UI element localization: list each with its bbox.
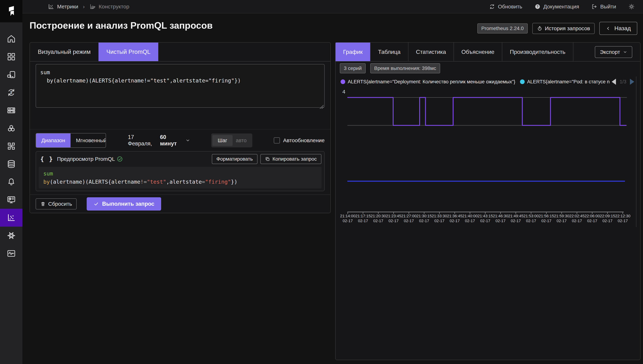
results-panel-tab-3[interactable]: Статистика (408, 42, 454, 61)
grid-icon (7, 52, 16, 61)
preview-header: { } Предпросмотр PromQL Форматировать Ко… (36, 152, 324, 166)
sidebar-item-currency-sync[interactable]: $ (0, 84, 22, 102)
x-axis-tick-label: 21:23:4502-17 (385, 214, 402, 223)
sidebar-item-database[interactable] (0, 155, 22, 173)
sidebar-item-gear[interactable] (0, 227, 22, 244)
sidebar-item-grid[interactable] (0, 48, 22, 66)
theme-toggle-button[interactable] (627, 3, 636, 10)
editor-resize-grip[interactable] (319, 105, 324, 109)
prev-page-arrow-icon[interactable] (612, 79, 616, 85)
x-axis-tick-label: 21:59:3002-17 (553, 214, 570, 223)
hexagons-icon (7, 124, 16, 133)
bell-icon (7, 177, 16, 186)
x-axis-tick-label: 21:40:0002-17 (461, 214, 479, 223)
step-button[interactable]: Шаг (212, 135, 233, 146)
server-icon (7, 106, 16, 115)
breadcrumb-item-current[interactable]: Конструктор (89, 4, 129, 10)
sidebar-item-devices[interactable] (0, 66, 22, 84)
breadcrumb-label: Конструктор (99, 4, 129, 10)
query-history-button[interactable]: История запросов (532, 23, 595, 34)
sidebar-item-server[interactable] (0, 102, 22, 119)
database-icon (7, 159, 16, 169)
divider (30, 129, 330, 130)
time-range-select[interactable]: 17 Февраля, 60 минут (128, 134, 190, 147)
page-title: Построение и анализ PromQL запросов (30, 20, 213, 31)
date-label: 17 Февраля, (128, 134, 157, 147)
results-panel-tabs: ГрафикТаблицаСтатистикаОбъяснениеПроизво… (336, 42, 640, 62)
x-axis-tick-label: 21:14:0002-17 (339, 214, 356, 223)
query-panel-footer: Сбросить Выполнить запрос (30, 194, 330, 210)
logout-button[interactable]: Выйти (590, 4, 617, 10)
svg-text:?: ? (536, 5, 538, 8)
x-axis-tick-label: 21:30:1502-17 (416, 214, 433, 223)
x-axis-tick-label: 21:56:1502-17 (538, 214, 555, 223)
results-panel-tab-2[interactable]: Таблица (371, 42, 408, 61)
legend-item[interactable]: ALERTS{alertname="Deployment: Количество… (341, 79, 515, 84)
sidebar-item-scatter-chart[interactable] (0, 209, 22, 227)
sidebar-item-activity[interactable] (0, 244, 22, 262)
x-axis-tick-label: 21:46:3002-17 (492, 214, 509, 223)
legend-label: ALERTS{alertname="Pod: в статусе non-rea… (527, 79, 610, 84)
x-axis-labels: 21:14:0002-1721:17:1502-1721:20:3002-172… (347, 214, 627, 226)
chart-builder-icon (89, 4, 96, 10)
x-axis-tick-label: 21:43:1502-17 (477, 214, 494, 223)
sidebar-item-hexagons[interactable] (0, 119, 22, 137)
logout-icon (591, 4, 597, 10)
range-mode-toggle: ДиапазонМгновенный (36, 133, 106, 148)
step-value[interactable]: авто (233, 138, 251, 144)
check-icon (94, 201, 99, 206)
series-line (347, 98, 626, 126)
sidebar-item-report[interactable] (0, 191, 22, 209)
range-controls: ДиапазонМгновенный 17 Февраля, 60 минут … (36, 133, 325, 148)
query-panel-tabs: Визуальный режимЧистый PromQL (30, 42, 330, 62)
sidebar-item-home[interactable] (0, 30, 22, 48)
next-page-arrow-icon[interactable] (630, 79, 634, 85)
autorefresh-control: Автообновление (274, 137, 325, 144)
version-badge: Prometheus 2.24.0 (477, 24, 528, 34)
reset-button[interactable]: Сбросить (36, 198, 77, 210)
query-panel-tab-2[interactable]: Чистый PromQL (99, 42, 158, 61)
promql-editor[interactable]: sum by(alertname)(ALERTS{alertname!="tes… (36, 64, 325, 108)
duration-label: 60 минут (160, 134, 182, 147)
action-label: Документация (543, 4, 579, 10)
results-panel-tab-5[interactable]: Производительность (502, 42, 573, 61)
format-button[interactable]: Форматировать (212, 154, 257, 164)
export-button[interactable]: Экспорт (595, 46, 632, 58)
help-circle-button[interactable]: ?Документация (533, 4, 580, 10)
trash-icon (40, 201, 46, 206)
query-panel-tab-1[interactable]: Визуальный режим (30, 42, 99, 61)
autorefresh-checkbox[interactable] (274, 137, 280, 144)
home-icon (7, 34, 16, 44)
results-panel-tab-4[interactable]: Объяснение (454, 42, 502, 61)
braces-icon: { } (40, 156, 53, 162)
range-mode-range[interactable]: Диапазон (36, 134, 71, 148)
legend-item[interactable]: ALERTS{alertname="Pod: в статусе non-rea… (520, 79, 610, 84)
sidebar-item-bell[interactable] (0, 173, 22, 191)
sidebar-item-command[interactable] (0, 137, 22, 155)
results-panel-tab-1[interactable]: График (336, 42, 371, 61)
query-panel: Визуальный режимЧистый PromQL sum by(ale… (30, 42, 331, 213)
copy-query-button[interactable]: Копировать запрос (260, 154, 322, 164)
chevron-down-icon (185, 138, 190, 143)
code-line: sum (43, 170, 317, 178)
autorefresh-label: Автообновление (283, 137, 325, 144)
action-label: Обновить (498, 4, 522, 10)
x-axis-tick-label: 21:53:0002-17 (522, 214, 540, 223)
result-badges: 3 серий Время выполнения: 398мс (340, 63, 440, 73)
y-axis-tick-label: 4 (342, 89, 346, 95)
chart-legend: ALERTS{alertname="Deployment: Количество… (341, 77, 634, 86)
x-axis-tick-label: 21:20:3002-17 (370, 214, 387, 223)
run-query-button[interactable]: Выполнить запрос (87, 197, 161, 210)
refresh-button[interactable]: Обновить (488, 4, 523, 10)
back-button[interactable]: Назад (599, 22, 637, 35)
range-mode-instant[interactable]: Мгновенный (71, 134, 106, 148)
exec-time-badge: Время выполнения: 398мс (370, 63, 440, 73)
x-axis-tick-label: 21:17:1502-17 (354, 214, 372, 223)
app-logo[interactable] (0, 0, 22, 22)
legend-color-dot (341, 80, 345, 84)
refresh-icon (489, 4, 495, 10)
breadcrumb-label: Метрики (57, 4, 78, 10)
scatter-chart-icon (7, 213, 16, 222)
x-axis-tick-label: 21:33:3002-17 (431, 214, 448, 223)
breadcrumb-item-root[interactable]: Метрики (48, 4, 78, 10)
